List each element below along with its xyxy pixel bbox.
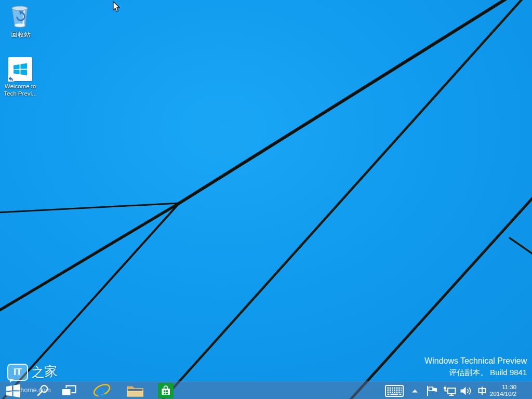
network-icon bbox=[443, 385, 456, 396]
internet-explorer-button[interactable]: e bbox=[88, 382, 115, 399]
recycle-bin-icon bbox=[9, 3, 33, 30]
ithome-watermark: IT 之家 bbox=[7, 364, 57, 381]
show-hidden-icons-button[interactable] bbox=[408, 382, 421, 399]
taskbar: e bbox=[0, 381, 532, 399]
welcome-tile bbox=[8, 57, 32, 81]
internet-explorer-icon: e bbox=[92, 382, 111, 399]
volume-icon bbox=[460, 386, 472, 396]
windows-logo-icon bbox=[14, 63, 27, 75]
watermark-line2: 评估副本。 Build 9841 bbox=[424, 367, 527, 378]
svg-text:e: e bbox=[96, 382, 106, 399]
desktop-icon-welcome-tech-preview[interactable]: Welcome to Tech Previ... bbox=[1, 57, 40, 97]
store-icon bbox=[158, 383, 174, 398]
ime-indicator-button[interactable]: 中 bbox=[475, 382, 489, 399]
clock-time: 11:30 bbox=[489, 384, 516, 391]
touch-keyboard-icon bbox=[385, 385, 404, 397]
wallpaper-beams bbox=[0, 0, 532, 399]
ime-chinese-icon bbox=[477, 386, 487, 395]
volume-button[interactable] bbox=[458, 382, 474, 399]
mouse-cursor bbox=[113, 1, 120, 12]
network-button[interactable] bbox=[441, 382, 458, 399]
file-explorer-icon bbox=[126, 384, 144, 398]
clock-date: 2014/10/2 bbox=[489, 391, 516, 397]
desktop-icon-recycle-bin[interactable]: 回收站 bbox=[1, 3, 41, 38]
shortcut-arrow-icon bbox=[8, 75, 15, 82]
recycle-bin-label: 回收站 bbox=[11, 31, 31, 38]
start-button[interactable] bbox=[0, 382, 26, 399]
watermark-line1: Windows Technical Preview bbox=[424, 355, 527, 367]
store-button[interactable] bbox=[153, 382, 179, 399]
action-center-button[interactable] bbox=[423, 382, 441, 399]
ithome-logo: IT bbox=[7, 364, 28, 381]
welcome-label: Welcome to Tech Previ... bbox=[4, 83, 36, 97]
start-windows-logo-icon bbox=[6, 384, 20, 397]
build-watermark: Windows Technical Preview 评估副本。 Build 98… bbox=[424, 355, 527, 378]
touch-keyboard-button[interactable] bbox=[383, 382, 405, 399]
ithome-script-text: 之家 bbox=[31, 363, 58, 380]
file-explorer-button[interactable] bbox=[122, 382, 149, 399]
chevron-up-icon bbox=[412, 389, 418, 393]
flag-icon bbox=[426, 385, 438, 396]
search-button[interactable] bbox=[30, 382, 55, 399]
taskbar-clock[interactable]: 11:30 2014/10/2 bbox=[489, 382, 520, 399]
task-view-button[interactable] bbox=[56, 382, 81, 399]
search-icon bbox=[36, 384, 49, 397]
task-view-icon bbox=[61, 385, 76, 397]
desktop: 回收站 Welcome to Tech Previ... bbox=[0, 0, 532, 399]
